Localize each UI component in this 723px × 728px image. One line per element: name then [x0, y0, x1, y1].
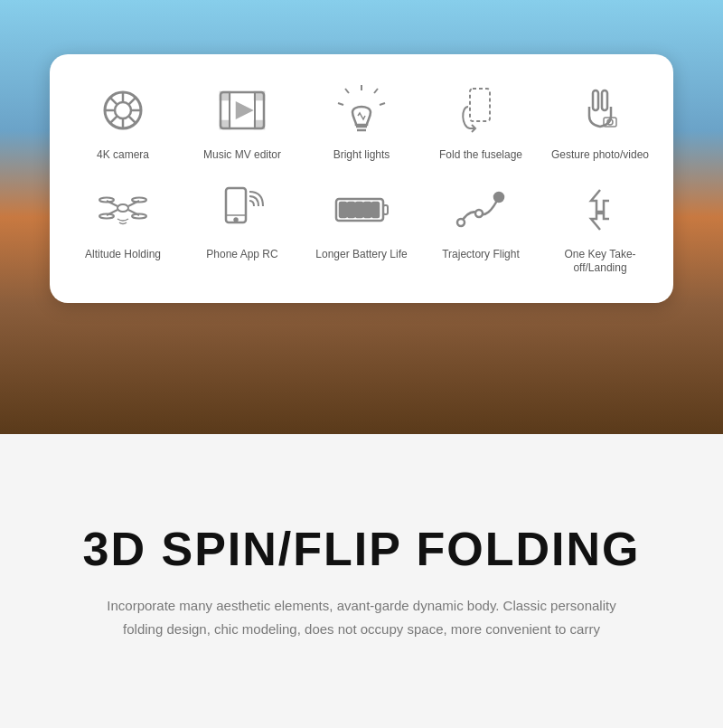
svg-marker-13 — [237, 103, 251, 118]
bottom-section: 3D SPIN/FLIP FOLDING Incorporate many ae… — [0, 434, 723, 728]
phone-label: Phone App RC — [206, 248, 277, 262]
fold-icon — [452, 81, 510, 139]
film-icon — [213, 81, 271, 139]
trajectory-label: Trajectory Flight — [442, 248, 520, 262]
gesture-icon — [571, 81, 629, 139]
svg-point-34 — [132, 213, 146, 218]
takeoff-label: One Key Take-off/Landing — [545, 248, 655, 276]
svg-point-31 — [99, 197, 114, 202]
svg-point-33 — [99, 213, 114, 218]
takeoff-icon — [571, 181, 629, 239]
music-label: Music MV editor — [203, 148, 281, 163]
svg-rect-44 — [372, 203, 379, 217]
svg-rect-42 — [356, 203, 362, 217]
svg-point-26 — [117, 204, 128, 212]
svg-rect-41 — [348, 203, 354, 217]
svg-rect-43 — [364, 203, 371, 217]
feature-item-fuselage: Fold the fuselage — [426, 81, 536, 163]
feature-item-gesture: Gesture photo/video — [545, 81, 655, 163]
svg-rect-21 — [470, 89, 490, 121]
camera-icon — [94, 81, 152, 139]
top-section: 4K camera Mus — [0, 0, 723, 434]
lights-label: Bright lights — [333, 148, 390, 163]
main-title: 3D SPIN/FLIP FOLDING — [83, 522, 641, 576]
trajectory-icon — [452, 181, 510, 239]
svg-rect-22 — [593, 90, 598, 110]
camera-label: 4K camera — [97, 148, 149, 163]
battery-icon — [333, 181, 390, 239]
features-grid: 4K camera Mus — [68, 81, 655, 276]
svg-point-5 — [115, 102, 131, 118]
bulb-icon — [333, 81, 390, 139]
svg-point-47 — [494, 193, 503, 202]
svg-line-17 — [345, 89, 349, 93]
feature-item-trajectory: Trajectory Flight — [426, 181, 536, 276]
drone-icon — [94, 181, 152, 239]
svg-rect-9 — [221, 121, 230, 128]
feature-item-altitude: Altitude Holding — [68, 181, 178, 276]
svg-rect-10 — [255, 121, 264, 128]
feature-item-camera: 4K camera — [68, 81, 178, 163]
svg-rect-8 — [255, 92, 264, 99]
feature-card: 4K camera Mus — [50, 54, 673, 303]
svg-point-32 — [132, 197, 146, 202]
fuselage-label: Fold the fuselage — [439, 148, 522, 163]
feature-item-lights: Bright lights — [306, 81, 417, 163]
sub-description: Incorporate many aesthetic elements, ava… — [90, 594, 633, 640]
svg-point-45 — [457, 219, 465, 226]
altitude-label: Altitude Holding — [85, 248, 161, 262]
feature-item-battery: Longer Battery Life — [306, 181, 417, 276]
svg-line-18 — [338, 103, 343, 105]
phone-icon — [213, 181, 271, 239]
feature-item-music: Music MV editor — [187, 81, 297, 163]
feature-item-takeoff: One Key Take-off/Landing — [545, 181, 655, 276]
svg-line-15 — [374, 89, 378, 93]
svg-rect-23 — [602, 90, 607, 110]
svg-rect-7 — [221, 92, 230, 99]
battery-label: Longer Battery Life — [315, 248, 407, 262]
svg-rect-39 — [383, 205, 388, 214]
svg-point-37 — [235, 218, 238, 221]
feature-item-phone: Phone App RC — [187, 181, 297, 276]
gesture-label: Gesture photo/video — [551, 148, 649, 163]
svg-line-16 — [380, 103, 385, 105]
svg-point-46 — [475, 210, 483, 217]
svg-rect-40 — [340, 203, 346, 217]
